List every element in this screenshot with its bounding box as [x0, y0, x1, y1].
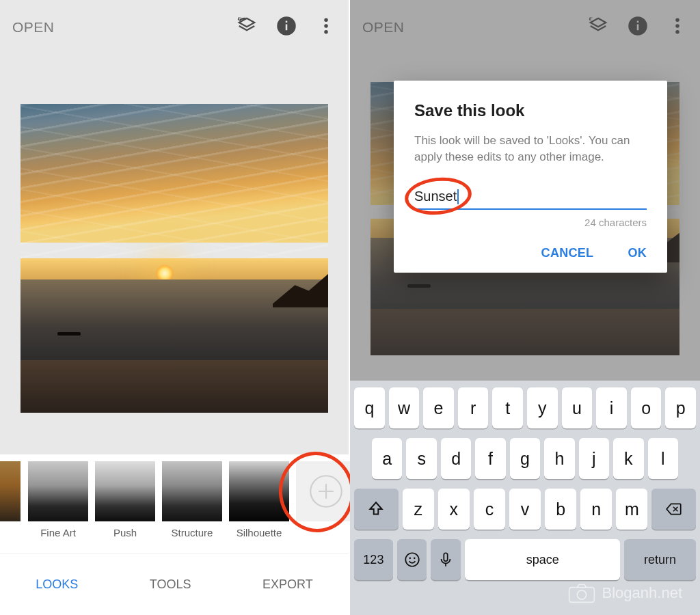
key-shift[interactable]	[354, 489, 399, 530]
key-i[interactable]: i	[596, 387, 627, 428]
key-s[interactable]: s	[406, 438, 436, 479]
svg-rect-2	[286, 21, 288, 23]
svg-point-5	[324, 30, 328, 34]
add-look-button[interactable]	[297, 461, 355, 527]
key-r[interactable]: r	[458, 387, 489, 428]
key-backspace[interactable]	[651, 489, 696, 530]
key-return[interactable]: return	[624, 539, 696, 580]
edited-photo[interactable]	[21, 104, 328, 413]
undo-layers-icon[interactable]	[237, 16, 257, 39]
key-b[interactable]: b	[545, 489, 576, 530]
key-t[interactable]: t	[492, 387, 523, 428]
on-screen-keyboard: q w e r t y u i o p a s d f g h j k l z	[350, 381, 700, 615]
look-name-input[interactable]: Sunset	[414, 184, 647, 210]
char-counter: 24 characters	[414, 217, 647, 228]
look-label: Structure	[172, 527, 213, 538]
key-space[interactable]: space	[465, 539, 620, 580]
key-n[interactable]: n	[580, 489, 612, 530]
key-p[interactable]: p	[665, 387, 696, 428]
emoji-icon	[403, 551, 421, 569]
key-c[interactable]: c	[474, 489, 505, 530]
key-u[interactable]: u	[562, 387, 593, 428]
svg-point-15	[414, 558, 416, 560]
open-button[interactable]: OPEN	[12, 19, 55, 36]
key-e[interactable]: e	[423, 387, 454, 428]
svg-point-3	[324, 18, 328, 23]
key-f[interactable]: f	[475, 438, 505, 479]
tab-tools[interactable]: TOOLS	[150, 577, 191, 592]
key-z[interactable]: z	[403, 489, 434, 530]
key-w[interactable]: w	[389, 387, 420, 428]
backspace-icon	[665, 500, 683, 518]
shift-icon	[367, 500, 385, 518]
key-y[interactable]: y	[527, 387, 558, 428]
key-m[interactable]: m	[616, 489, 647, 530]
key-numbers[interactable]: 123	[354, 539, 393, 580]
key-j[interactable]: j	[579, 438, 609, 479]
dialog-title: Save this look	[414, 101, 647, 120]
key-g[interactable]: g	[510, 438, 540, 479]
svg-rect-16	[444, 553, 448, 561]
svg-point-13	[405, 553, 419, 566]
tab-export[interactable]: EXPORT	[262, 577, 313, 592]
cancel-button[interactable]: CANCEL	[541, 246, 594, 260]
look-label: Push	[113, 527, 137, 538]
dialog-body: This look will be saved to 'Looks'. You …	[414, 133, 647, 165]
key-v[interactable]: v	[509, 489, 541, 530]
look-label: Fine Art	[40, 527, 76, 538]
top-bar: OPEN	[0, 0, 349, 55]
ok-button[interactable]: OK	[628, 246, 647, 260]
tab-looks[interactable]: LOOKS	[36, 577, 78, 592]
key-q[interactable]: q	[354, 387, 385, 428]
plus-circle-icon	[308, 474, 344, 509]
bottom-tabs: LOOKS TOOLS EXPORT	[0, 554, 349, 615]
save-look-screen: OPEN Save this look This look will be sa…	[350, 0, 700, 615]
look-label: Silhouette	[237, 527, 282, 538]
look-item[interactable]	[0, 461, 21, 527]
canvas-area	[0, 55, 349, 454]
key-row: z x c v b n m	[354, 489, 696, 530]
overflow-menu-icon[interactable]	[316, 16, 336, 39]
svg-point-4	[324, 24, 328, 28]
key-k[interactable]: k	[613, 438, 643, 479]
look-item[interactable]: Fine Art	[29, 461, 88, 538]
look-item[interactable]: Silhouette	[230, 461, 288, 538]
look-item[interactable]: Push	[96, 461, 154, 538]
key-row: 123 space return	[354, 539, 696, 580]
key-o[interactable]: o	[631, 387, 662, 428]
svg-point-14	[409, 558, 411, 560]
look-item[interactable]: Structure	[163, 461, 221, 538]
svg-rect-1	[286, 25, 288, 31]
looks-strip[interactable]: Fine Art Push Structure Silhouette	[0, 454, 349, 554]
save-look-dialog: Save this look This look will be saved t…	[394, 81, 667, 273]
microphone-icon	[437, 551, 455, 569]
key-dictation[interactable]	[431, 539, 461, 580]
key-row: q w e r t y u i o p	[354, 387, 696, 428]
editor-screen: OPEN Fine Art Push Structure Silhouette	[0, 0, 350, 615]
top-icons	[237, 16, 336, 39]
info-icon[interactable]	[276, 16, 297, 39]
key-emoji[interactable]	[397, 539, 427, 580]
key-row: a s d f g h j k l	[354, 438, 696, 479]
key-x[interactable]: x	[438, 489, 470, 530]
key-d[interactable]: d	[441, 438, 471, 479]
key-l[interactable]: l	[648, 438, 678, 479]
key-h[interactable]: h	[544, 438, 574, 479]
key-a[interactable]: a	[372, 438, 402, 479]
